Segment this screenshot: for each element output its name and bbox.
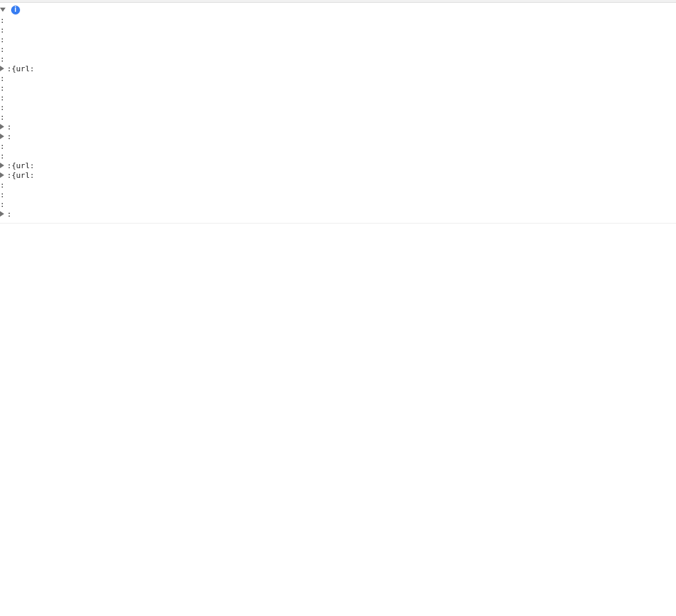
prop-prototype[interactable]: : bbox=[0, 209, 676, 219]
prop-lastEventId: : bbox=[0, 102, 676, 112]
expand-arrow-icon[interactable] bbox=[0, 163, 4, 168]
prop-composed: : bbox=[0, 54, 676, 64]
prop-timeStamp: : bbox=[0, 180, 676, 190]
message-event-header[interactable]: i bbox=[0, 4, 676, 15]
prop-origin: : bbox=[0, 112, 676, 122]
prop-data: : bbox=[0, 73, 676, 83]
prop-isTrusted: : bbox=[0, 15, 676, 25]
prop-cancelBubble: : bbox=[0, 35, 676, 44]
prop-source: : bbox=[0, 151, 676, 161]
expand-arrow-icon[interactable] bbox=[0, 134, 4, 139]
expand-arrow-icon[interactable] bbox=[0, 66, 4, 71]
expanded-object: i : : : : : : {url: : : : : : : : bbox=[0, 3, 676, 224]
prop-type: : bbox=[0, 190, 676, 199]
prop-ports[interactable]: : bbox=[0, 132, 676, 141]
prop-userActivation: : bbox=[0, 199, 676, 209]
expand-arrow-icon[interactable] bbox=[0, 124, 4, 129]
prop-srcElement[interactable]: : {url: bbox=[0, 161, 676, 170]
expand-arrow-icon[interactable] bbox=[0, 172, 4, 178]
prop-returnValue: : bbox=[0, 141, 676, 151]
prop-path[interactable]: : bbox=[0, 122, 676, 132]
prop-bubbles: : bbox=[0, 25, 676, 35]
expand-arrow-icon[interactable] bbox=[0, 211, 4, 217]
prop-currentTarget[interactable]: : {url: bbox=[0, 64, 676, 73]
collapse-arrow-icon[interactable] bbox=[0, 8, 6, 12]
prop-eventPhase: : bbox=[0, 93, 676, 102]
prop-defaultPrevented: : bbox=[0, 83, 676, 93]
prop-cancelable: : bbox=[0, 44, 676, 54]
prop-target[interactable]: : {url: bbox=[0, 170, 676, 180]
info-icon[interactable]: i bbox=[11, 6, 20, 15]
